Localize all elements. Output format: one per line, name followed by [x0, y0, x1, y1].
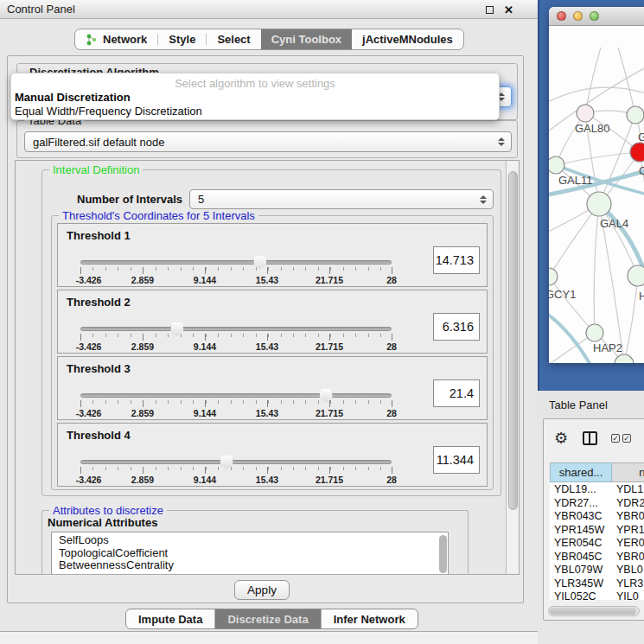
tick-label: 2.859: [131, 341, 154, 352]
threshold-slider[interactable]: -3.4262.8599.14415.4321.71528: [80, 255, 392, 284]
tick-label: 21.715: [316, 341, 343, 352]
threshold-value-field[interactable]: 21.4: [433, 379, 480, 407]
major-tick: [267, 267, 268, 274]
network-node[interactable]: [627, 106, 644, 124]
network-node[interactable]: [586, 324, 603, 341]
tab-jactivemnodules[interactable]: jActiveMNodules: [352, 29, 463, 49]
major-tick: [143, 400, 143, 407]
close-traffic-light-icon[interactable]: [557, 11, 566, 21]
table-data-combo[interactable]: galFiltered.sif default node: [24, 131, 512, 152]
threshold-slider[interactable]: -3.4262.8599.14415.4321.71528: [80, 455, 392, 484]
major-tick: [143, 467, 143, 474]
number-of-intervals-combo[interactable]: 5: [189, 189, 494, 209]
scrollbar-thumb[interactable]: [439, 535, 447, 573]
cell-shared-name: YLR345W: [550, 577, 612, 590]
column-header-shared-name[interactable]: shared...: [550, 462, 612, 482]
slider-track[interactable]: [80, 460, 392, 464]
scrollbar-thumb[interactable]: [550, 608, 636, 615]
apply-button[interactable]: Apply: [234, 580, 290, 600]
network-node[interactable]: [628, 265, 644, 286]
attributes-list-scrollbar[interactable]: [439, 535, 447, 575]
threshold-value-field[interactable]: 6.316: [433, 313, 480, 341]
table-row[interactable]: YBR045CYBR0: [550, 550, 644, 564]
checkbox-icon[interactable]: ✓: [611, 434, 620, 443]
menu-item-equal-width-frequency[interactable]: Equal Width/Frequency Discretization: [15, 105, 202, 118]
tick-label: 15.43: [256, 475, 278, 485]
network-node[interactable]: [630, 143, 644, 162]
slider-track[interactable]: [80, 327, 392, 331]
network-node[interactable]: [577, 105, 594, 122]
table-row[interactable]: YER054CYER0: [550, 536, 644, 550]
threshold-slider[interactable]: -3.4262.8599.14415.4321.71528: [80, 388, 392, 418]
table-row[interactable]: YBR043CYBR0: [550, 509, 644, 523]
table-row[interactable]: YIL052CYIL0: [550, 590, 644, 600]
network-node[interactable]: [549, 268, 558, 285]
tab-style[interactable]: Style: [158, 29, 206, 49]
table-row[interactable]: YDL19...YDL1: [550, 482, 644, 496]
split-columns-icon[interactable]: [583, 431, 597, 445]
node-label: GAL4: [600, 217, 628, 230]
attribute-list-item[interactable]: TopologicalCoefficient: [52, 547, 448, 560]
numerical-attributes-list[interactable]: SelfLoopsTopologicalCoefficientBetweenne…: [51, 532, 449, 575]
network-node[interactable]: [587, 192, 611, 216]
cell-shared-name: YER054C: [550, 536, 612, 550]
minimize-traffic-light-icon[interactable]: [573, 11, 583, 21]
app-root: Control Panel ✕ Network Style Select: [0, 0, 644, 644]
threshold-panel: Threshold 2-3.4262.8599.14415.4321.71528…: [57, 290, 488, 354]
major-tick: [205, 334, 206, 341]
major-tick: [205, 267, 206, 274]
slider-track[interactable]: [80, 393, 392, 398]
table-horizontal-scrollbar[interactable]: [548, 606, 640, 616]
network-node[interactable]: [549, 156, 564, 174]
close-icon[interactable]: ✕: [504, 4, 513, 16]
network-desktop: GAL80GACGAL11GAL4GCY1HHAP2: [538, 0, 644, 391]
attribute-list-item[interactable]: SelfLoops: [52, 534, 448, 547]
table-row[interactable]: YDR27...YDR2: [550, 496, 644, 510]
attribute-list-item[interactable]: BetweennessCentrality: [52, 559, 448, 572]
cell-name: YDR2: [612, 496, 644, 510]
tab-discretize-data[interactable]: Discretize Data: [215, 609, 321, 628]
tab-infer-network[interactable]: Infer Network: [322, 609, 418, 628]
major-tick: [392, 400, 392, 407]
checkbox-icon[interactable]: ✓: [622, 434, 631, 443]
node-label: H: [639, 290, 644, 303]
table-data-combo-value: galFiltered.sif default node: [33, 136, 164, 149]
thresholds-group: Threshold's Coordinates for 5 Intervals …: [51, 215, 494, 490]
network-canvas[interactable]: GAL80GACGAL11GAL4GCY1HHAP2: [549, 26, 644, 363]
threshold-value-field[interactable]: 14.713: [433, 246, 480, 274]
tab-network[interactable]: Network: [75, 29, 157, 49]
scrollbar-thumb[interactable]: [508, 171, 518, 510]
cell-shared-name: YBR045C: [550, 550, 612, 564]
table-panel-title: Table Panel: [549, 399, 608, 411]
gear-icon[interactable]: ⚙: [554, 430, 568, 446]
menu-item-manual-discretization[interactable]: Manual Discretization: [15, 91, 131, 104]
settings-vertical-scrollbar[interactable]: [506, 161, 519, 574]
table-row[interactable]: YPR145WYPR1: [550, 523, 644, 537]
major-tick: [80, 400, 81, 407]
threshold-panel: Threshold 1-3.4262.8599.14415.4321.71528…: [57, 223, 488, 287]
select-columns-icons: ✓ ✓: [611, 434, 631, 443]
column-header-name[interactable]: na: [612, 462, 644, 482]
threshold-value-field[interactable]: 11.344: [433, 446, 480, 474]
number-of-intervals-value: 5: [198, 193, 204, 206]
status-strip: [0, 632, 538, 644]
major-tick: [392, 267, 392, 274]
threshold-label: Threshold 2: [67, 296, 131, 309]
threshold-slider[interactable]: -3.4262.8599.14415.4321.71528: [80, 322, 392, 351]
major-tick: [205, 467, 206, 474]
network-window[interactable]: GAL80GACGAL11GAL4GCY1HHAP2: [549, 7, 644, 363]
tab-cyni-toolbox[interactable]: Cyni Toolbox: [261, 29, 352, 49]
tab-select[interactable]: Select: [207, 29, 260, 49]
tick-label: 2.859: [131, 408, 154, 418]
slider-track[interactable]: [80, 260, 392, 265]
tick-label: 9.144: [194, 341, 216, 352]
table-row[interactable]: YLR345WYLR3: [550, 577, 644, 590]
node-table: shared... na YDL19...YDL1YDR27...YDR2YBR…: [550, 462, 644, 482]
table-panel: ⚙ ✓ ✓ shared... na YDL19...YDL1YDR27...Y…: [543, 418, 644, 621]
tab-impute-data[interactable]: Impute Data: [126, 609, 215, 628]
float-window-icon[interactable]: [486, 6, 494, 14]
major-tick: [329, 267, 330, 274]
node-label: C: [639, 164, 644, 177]
table-row[interactable]: YBL079WYBL0: [550, 563, 644, 577]
zoom-traffic-light-icon[interactable]: [590, 11, 599, 21]
